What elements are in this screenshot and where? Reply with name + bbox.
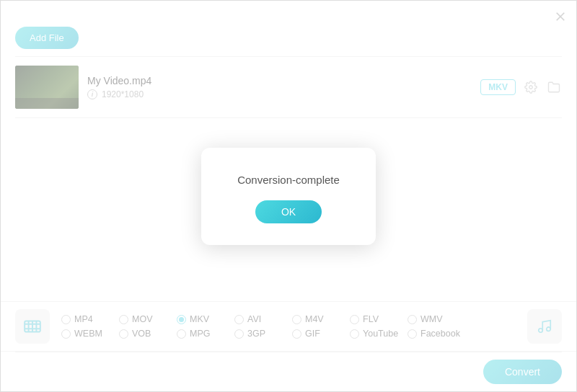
ok-button[interactable]: OK [255,200,322,223]
dialog-message: Conversion-complete [237,174,340,186]
dialog-overlay: Conversion-complete OK [1,1,576,391]
conversion-dialog: Conversion-complete OK [201,148,376,245]
